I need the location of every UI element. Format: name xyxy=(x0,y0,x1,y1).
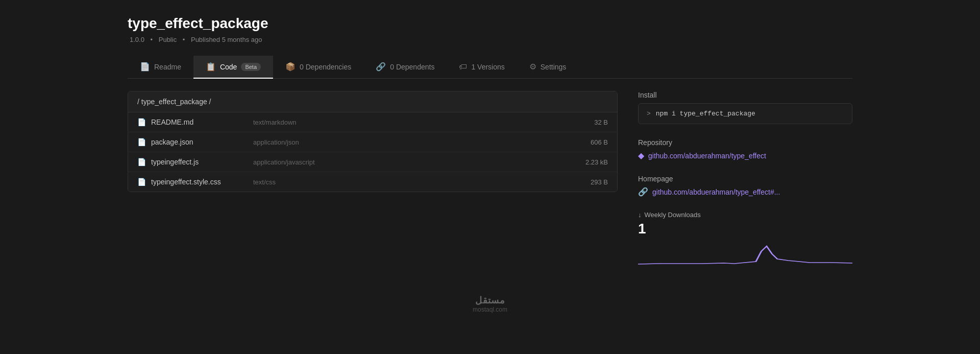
file-row[interactable]: 📄 README.md text/markdown 32 B xyxy=(128,112,617,132)
file-browser: / type_effect_package / 📄 README.md text… xyxy=(128,91,618,192)
repo-diamond-icon: ◆ xyxy=(638,151,644,160)
file-icon: 📄 xyxy=(137,118,146,126)
dependents-icon: 🔗 xyxy=(376,62,386,72)
package-meta: 1.0.0 • Public • Published 5 months ago xyxy=(128,36,852,43)
file-name: package.json xyxy=(151,138,253,146)
dependencies-icon: 📦 xyxy=(285,62,296,72)
install-section: Install > npm i type_effect_package xyxy=(638,91,852,124)
file-type: application/json xyxy=(253,138,577,146)
file-name: typeingeffect.style.css xyxy=(151,178,253,186)
package-title: type_effect_package xyxy=(128,15,852,32)
homepage-link[interactable]: 🔗 github.com/abduerahman/type_effect#... xyxy=(638,187,852,197)
file-size: 2.23 kB xyxy=(577,158,608,166)
tab-code[interactable]: 📋 Code Beta xyxy=(193,56,273,79)
homepage-link-icon: 🔗 xyxy=(638,187,648,197)
file-size: 606 B xyxy=(577,138,608,146)
repository-link[interactable]: ◆ github.com/abduerahman/type_effect xyxy=(638,151,852,160)
file-type: text/css xyxy=(253,178,577,186)
downloads-chart-svg xyxy=(638,241,852,267)
sidebar: Install > npm i type_effect_package Repo… xyxy=(638,91,852,281)
code-icon: 📋 xyxy=(206,62,216,72)
content-layout: / type_effect_package / 📄 README.md text… xyxy=(128,91,852,281)
file-type: text/markdown xyxy=(253,119,577,126)
file-browser-path: / type_effect_package / xyxy=(128,91,617,112)
package-published: Published 5 months ago xyxy=(191,36,262,43)
watermark: مستقل mostaql.com xyxy=(473,295,507,313)
watermark-logo: مستقل xyxy=(473,295,507,306)
repository-url: github.com/abduerahman/type_effect xyxy=(648,152,766,160)
tab-versions[interactable]: 🏷 1 Versions xyxy=(447,56,517,79)
versions-icon: 🏷 xyxy=(459,62,467,72)
tab-dependents[interactable]: 🔗 0 Dependents xyxy=(363,56,447,79)
file-size: 293 B xyxy=(577,178,608,186)
install-prompt: > xyxy=(647,110,651,117)
file-row[interactable]: 📄 typeingeffect.style.css text/css 293 B xyxy=(128,172,617,192)
tab-bar: 📄 Readme 📋 Code Beta 📦 0 Dependencies 🔗 … xyxy=(128,56,852,79)
downloads-arrow-icon: ↓ xyxy=(638,211,642,219)
tab-readme[interactable]: 📄 Readme xyxy=(128,56,193,79)
downloads-section: ↓ Weekly Downloads 1 xyxy=(638,211,852,267)
file-type: application/javascript xyxy=(253,158,577,166)
file-size: 32 B xyxy=(577,119,608,126)
chart-line xyxy=(638,246,852,264)
file-icon: 📄 xyxy=(137,138,146,146)
install-command: npm i type_effect_package xyxy=(656,110,755,117)
install-title: Install xyxy=(638,91,852,99)
homepage-title: Homepage xyxy=(638,175,852,183)
settings-icon: ⚙ xyxy=(529,62,536,72)
file-row[interactable]: 📄 package.json application/json 606 B xyxy=(128,132,617,152)
repository-title: Repository xyxy=(638,138,852,147)
file-icon: 📄 xyxy=(137,178,146,186)
package-visibility: Public xyxy=(159,36,177,43)
repository-section: Repository ◆ github.com/abduerahman/type… xyxy=(638,138,852,160)
beta-badge: Beta xyxy=(241,63,261,71)
homepage-section: Homepage 🔗 github.com/abduerahman/type_e… xyxy=(638,175,852,197)
file-icon: 📄 xyxy=(137,158,146,166)
homepage-url: github.com/abduerahman/type_effect#... xyxy=(652,188,780,196)
tab-settings[interactable]: ⚙ Settings xyxy=(517,56,579,79)
weekly-downloads-chart xyxy=(638,241,852,267)
install-box[interactable]: > npm i type_effect_package xyxy=(638,103,852,124)
package-version: 1.0.0 xyxy=(130,36,144,43)
file-row[interactable]: 📄 typeingeffect.js application/javascrip… xyxy=(128,152,617,172)
main-content: / type_effect_package / 📄 README.md text… xyxy=(128,91,618,281)
downloads-label: ↓ Weekly Downloads xyxy=(638,211,852,219)
downloads-count: 1 xyxy=(638,221,852,237)
tab-dependencies[interactable]: 📦 0 Dependencies xyxy=(273,56,363,79)
file-name: typeingeffect.js xyxy=(151,158,253,166)
readme-icon: 📄 xyxy=(140,62,150,72)
file-name: README.md xyxy=(151,118,253,126)
watermark-url: mostaql.com xyxy=(473,306,507,313)
